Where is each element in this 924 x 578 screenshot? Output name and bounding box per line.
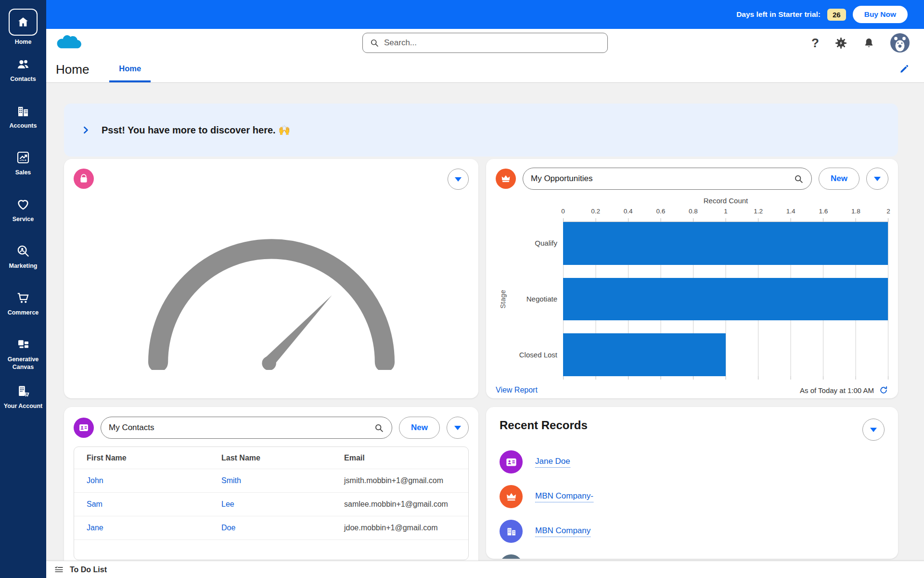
contact-last-name-link[interactable]: Lee — [211, 500, 334, 509]
bar-closed-lost[interactable] — [563, 333, 726, 376]
sidebar-item-home[interactable]: Home — [0, 9, 46, 55]
contacts-list-input[interactable] — [109, 423, 369, 433]
new-opportunity-button[interactable]: New — [819, 168, 860, 190]
opportunity-record-icon — [500, 485, 523, 508]
column-header: Email — [334, 454, 466, 462]
as-of-timestamp: As of Today at 1:00 AM — [800, 386, 874, 394]
contacts-menu-button[interactable] — [447, 417, 469, 439]
chevron-down-icon — [454, 426, 461, 430]
trial-days-badge: 26 — [827, 9, 846, 21]
opportunities-bar-chart: Record Count 0 0.2 0.4 0.6 0.8 1 1.2 1.4… — [496, 197, 888, 380]
chevron-right-icon[interactable] — [80, 125, 91, 135]
recent-records-card: Recent Records Jane Doe MBN Company- — [486, 407, 898, 559]
buy-now-button[interactable]: Buy Now — [853, 6, 908, 23]
category-label: Qualify — [510, 222, 563, 264]
sales-icon — [14, 149, 32, 166]
account-record-icon — [500, 520, 523, 543]
list-item: MBN Company — [500, 520, 885, 543]
axis-tickmarks — [563, 218, 888, 222]
sidebar-item-generative-canvas[interactable]: Generative Canvas — [0, 336, 46, 382]
contacts-icon — [14, 55, 32, 73]
accounts-icon — [14, 102, 32, 119]
banner-text: Psst! You have more to discover here. 🙌 — [102, 124, 290, 136]
gear-icon[interactable] — [834, 37, 847, 50]
todo-list-label: To Do List — [70, 565, 107, 574]
salesforce-logo-icon — [55, 33, 84, 53]
todo-list-bar[interactable]: To Do List — [46, 561, 924, 578]
contact-record-icon — [500, 450, 523, 473]
list-item: MBN Company- — [500, 485, 885, 508]
gauge-card — [64, 159, 478, 398]
chevron-down-icon — [874, 177, 881, 181]
gauge-card-menu-button[interactable] — [448, 169, 469, 190]
discover-banner: Psst! You have more to discover here. 🙌 — [64, 104, 898, 157]
recent-records-menu-button[interactable] — [862, 419, 885, 441]
chevron-down-icon — [455, 177, 462, 182]
user-avatar[interactable] — [890, 33, 910, 53]
recent-records-title: Recent Records — [500, 419, 588, 432]
search-input[interactable] — [384, 38, 601, 48]
table-row: Jane Doe jdoe.mobbin+1@gmail.com — [74, 516, 468, 539]
home-icon — [9, 9, 38, 36]
contact-first-name-link[interactable]: John — [76, 476, 211, 485]
help-icon[interactable]: ? — [811, 36, 819, 51]
recent-record-link[interactable]: MBN Company- — [535, 491, 593, 502]
contacts-table: First Name Last Name Email John Smith js… — [74, 447, 469, 560]
app-sidebar: Home Contacts Accounts Sales Service Mar… — [0, 0, 46, 578]
notifications-bell-icon[interactable] — [863, 37, 875, 49]
tab-home[interactable]: Home — [109, 57, 151, 82]
column-header: Last Name — [211, 454, 334, 462]
column-header: First Name — [76, 454, 211, 462]
gauge-chart — [127, 221, 416, 370]
contact-first-name-link[interactable]: Sam — [76, 500, 211, 509]
opportunities-list-input[interactable] — [531, 174, 789, 184]
contact-first-name-link[interactable]: Jane — [76, 524, 211, 532]
search-icon — [794, 174, 804, 184]
search-icon — [370, 38, 379, 48]
table-empty-row — [74, 539, 468, 560]
sidebar-item-label: Service — [11, 216, 36, 223]
table-row: John Smith jsmith.mobbin+1@gmail.com — [74, 469, 468, 492]
recent-record-link[interactable]: MBN Company — [535, 526, 590, 537]
axis-tickmarks — [563, 376, 888, 380]
app-root: Home Contacts Accounts Sales Service Mar… — [0, 0, 924, 578]
global-search[interactable] — [362, 33, 608, 53]
page-title: Home — [56, 62, 89, 77]
contact-email: jdoe.mobbin+1@gmail.com — [334, 524, 466, 532]
sidebar-item-your-account[interactable]: Your Account — [0, 382, 46, 429]
refresh-icon[interactable] — [879, 385, 888, 395]
sidebar-item-label: Your Account — [2, 403, 45, 410]
sidebar-item-marketing[interactable]: Marketing — [0, 242, 46, 289]
opportunities-card: New Record Count 0 0.2 0.4 0.6 0.8 1 1.2… — [486, 159, 898, 398]
chevron-down-icon — [870, 428, 877, 432]
sidebar-item-contacts[interactable]: Contacts — [0, 55, 46, 102]
sidebar-item-label: Marketing — [7, 263, 39, 270]
contact-last-name-link[interactable]: Doe — [211, 524, 334, 532]
contact-last-name-link[interactable]: Smith — [211, 476, 334, 485]
contacts-card: New First Name Last Name Email John Smit… — [64, 407, 478, 568]
chart-plot-area — [563, 222, 888, 376]
main-content: Psst! You have more to discover here. 🙌 — [46, 83, 924, 561]
sidebar-item-commerce[interactable]: Commerce — [0, 289, 46, 336]
banner-emoji: 🙌 — [278, 125, 290, 135]
opportunities-menu-button[interactable] — [866, 168, 888, 190]
chart-y-axis-label: Stage — [496, 222, 510, 376]
trial-bar: Days left in Starter trial: 26 Buy Now — [46, 0, 924, 29]
your-account-icon — [14, 382, 32, 400]
contacts-list-selector[interactable] — [101, 417, 392, 439]
sidebar-item-accounts[interactable]: Accounts — [0, 102, 46, 149]
sidebar-item-sales[interactable]: Sales — [0, 149, 46, 196]
sidebar-item-service[interactable]: Service — [0, 196, 46, 242]
sidebar-item-label: Sales — [13, 169, 33, 177]
checklist-icon — [54, 565, 64, 575]
marketing-icon — [14, 242, 32, 260]
bar-qualify[interactable] — [563, 222, 888, 265]
view-report-link[interactable]: View Report — [496, 386, 538, 394]
table-row: Sam Lee samlee.mobbin+1@gmail.com — [74, 492, 468, 516]
new-contact-button[interactable]: New — [399, 417, 440, 439]
edit-pencil-icon[interactable] — [899, 64, 910, 76]
recent-record-link[interactable]: Jane Doe — [535, 457, 570, 468]
sidebar-item-label: Home — [13, 39, 34, 46]
bar-negotiate[interactable] — [563, 278, 888, 321]
opportunities-list-selector[interactable] — [523, 168, 812, 190]
